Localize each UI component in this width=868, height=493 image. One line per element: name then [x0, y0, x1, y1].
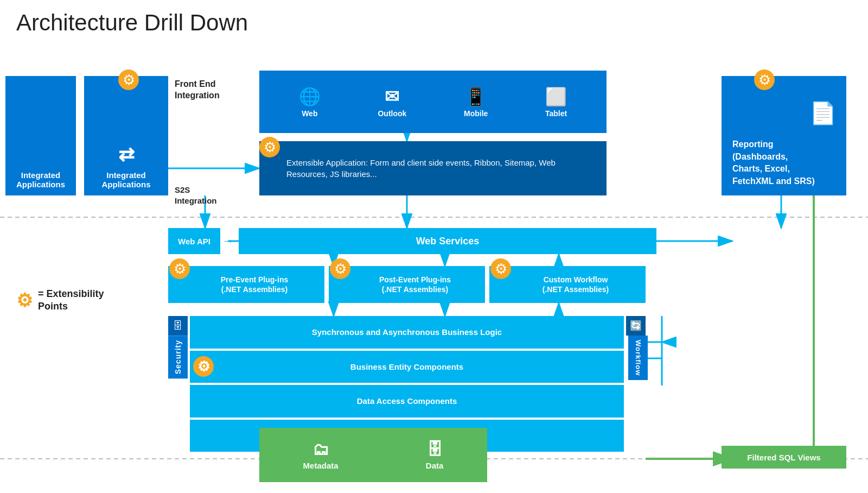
fe-web-label: Web	[302, 109, 317, 118]
reporting-box: 📄 Reporting(Dashboards,Charts, Excel,Fet…	[722, 76, 846, 195]
data-item: 🗄 Data	[426, 440, 444, 470]
mobile-icon: 📱	[465, 86, 487, 107]
web-api-label: Web API	[178, 237, 210, 246]
data-access-components-label: Data Access Components	[357, 396, 457, 406]
fe-mobile: 📱 Mobile	[464, 86, 488, 118]
gear-icon-ext-app: ⚙	[259, 137, 280, 157]
s2s-integration-label: S2SIntegration	[175, 185, 217, 206]
ext-legend-label: = ExtensibilityPoints	[38, 288, 104, 313]
biz-row-entity: ⚙ Business Entity Components	[190, 351, 624, 383]
post-event-plugin-box: Post-Event Plug-ins(.NET Assemblies)	[329, 266, 485, 303]
web-icon: 🌐	[299, 86, 321, 107]
page-title: Architecture Drill Down	[0, 0, 868, 41]
workflow-bar: Workflow	[628, 336, 648, 380]
gear-legend-icon: ⚙	[16, 288, 33, 312]
gear-icon-post-plugin: ⚙	[330, 258, 350, 279]
extensibility-legend: ⚙ = ExtensibilityPoints	[16, 288, 104, 313]
security-label: Security	[174, 340, 182, 374]
web-api-arrow: →	[220, 234, 237, 248]
sync-icon: ⇄	[118, 143, 135, 166]
biz-row-sync: Synchronous and Asynchronous Business Lo…	[190, 316, 624, 349]
fe-outlook-label: Outlook	[378, 109, 406, 118]
fe-outlook: ✉ Outlook	[378, 86, 406, 118]
integrated-apps-right-box: ⇄ Integrated Applications	[84, 76, 168, 195]
sync-async-label: Synchronous and Asynchronous Business Lo…	[312, 327, 502, 337]
biz-row-data-access: Data Access Components	[190, 385, 624, 418]
web-services-row: Web API → Web Services	[168, 228, 656, 254]
web-services-label: Web Services	[416, 236, 480, 247]
fe-web: 🌐 Web	[299, 86, 321, 118]
ext-app-text: Extensible Application: Form and client …	[286, 157, 598, 180]
filtered-sql-box: Filtered SQL Views	[722, 446, 846, 469]
security-db-icon: 🗄	[168, 316, 188, 336]
ext-app-box: Extensible Application: Form and client …	[259, 141, 607, 195]
gear-icon-pre-plugin: ⚙	[169, 258, 190, 279]
biz-entity-label: Business Entity Components	[350, 362, 463, 371]
metadata-icon: 🗂	[312, 440, 329, 459]
metadata-item: 🗂 Metadata	[303, 440, 339, 470]
gear-icon-reporting: ⚙	[754, 69, 775, 90]
gear-icon-int-app: ⚙	[118, 69, 139, 90]
filtered-sql-label: Filtered SQL Views	[747, 453, 820, 462]
front-end-box: 🌐 Web ✉ Outlook 📱 Mobile ⬜ Tablet	[259, 71, 607, 133]
custom-workflow-box: Custom Workflow(.NET Assemblies)	[489, 266, 646, 303]
front-end-integration-label: Front EndIntegration	[175, 79, 220, 102]
tablet-icon: ⬜	[545, 86, 567, 107]
web-api-box: Web API	[168, 228, 220, 254]
plugins-row: ⚙ Pre-Event Plug-ins(.NET Assemblies) ⚙ …	[168, 266, 646, 303]
data-icon: 🗄	[426, 440, 443, 459]
pre-event-plugin-box: Pre-Event Plug-ins(.NET Assemblies)	[168, 266, 324, 303]
web-services-box: Web Services	[239, 228, 656, 254]
fe-mobile-label: Mobile	[464, 109, 488, 118]
gear-icon-biz-entity: ⚙	[193, 356, 214, 377]
fe-tablet: ⬜ Tablet	[545, 86, 567, 118]
workflow-label: Workflow	[634, 340, 642, 376]
integrated-apps-left-label: Integrated Applications	[5, 170, 76, 189]
metadata-label: Metadata	[303, 461, 339, 470]
gear-icon-custom-workflow: ⚙	[490, 258, 511, 279]
outlook-icon: ✉	[385, 86, 399, 107]
workflow-icon: 🔄	[626, 316, 646, 336]
bottom-green-row: 🗂 Metadata 🗄 Data	[259, 428, 487, 482]
reporting-label: Reporting(Dashboards,Charts, Excel,Fetch…	[732, 138, 815, 187]
diagram-area: Integrated Applications ⚙ ⇄ Integrated A…	[0, 49, 868, 493]
integrated-apps-right-label: Integrated Applications	[84, 170, 168, 189]
integrated-apps-left-box: Integrated Applications	[5, 76, 76, 195]
fe-tablet-label: Tablet	[545, 109, 567, 118]
report-icon: 📄	[809, 98, 837, 128]
data-label: Data	[426, 461, 444, 470]
security-bar: Security	[168, 336, 188, 378]
